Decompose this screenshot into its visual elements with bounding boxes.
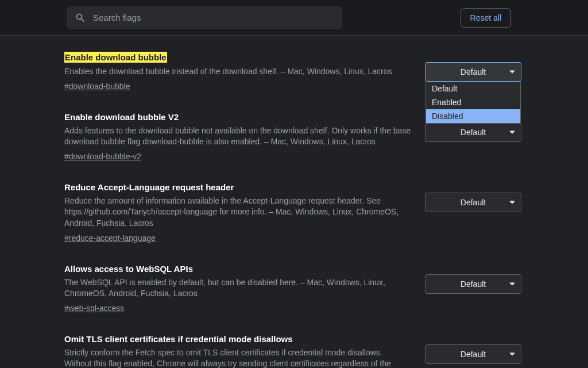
flag-select-option[interactable]: Enabled: [426, 95, 520, 109]
flag-hash-link[interactable]: #download-bubble: [64, 82, 130, 91]
flag-control: DefaultDefaultEnabledDisabled: [425, 52, 521, 82]
flag-info: Allows access to WebSQL APIsThe WebSQL A…: [64, 264, 425, 313]
flag-description: Adds features to the download bubble not…: [64, 125, 411, 148]
flag-select[interactable]: Default: [425, 193, 521, 212]
flag-hash-link[interactable]: #web-sql-access: [64, 304, 124, 313]
chevron-down-icon: [509, 352, 515, 355]
flag-info: Enable download bubbleEnables the downlo…: [64, 52, 425, 91]
header-bar: Reset all: [0, 0, 588, 36]
flag-select-option[interactable]: Default: [426, 82, 520, 95]
flag-info: Reduce Accept-Language request headerRed…: [64, 182, 425, 243]
flag-select-dropdown: DefaultEnabledDisabled: [425, 82, 521, 124]
flag-title: Enable download bubble V2: [64, 112, 179, 122]
flag-control: Default: [425, 264, 521, 294]
flag-control: Default: [425, 182, 521, 212]
flag-title: Allows access to WebSQL APIs: [64, 264, 193, 274]
flag-title: Reduce Accept-Language request header: [64, 182, 234, 192]
chevron-down-icon: [509, 282, 515, 285]
flag-description: Reduce the amount of information availab…: [64, 195, 411, 229]
chevron-down-icon: [509, 201, 515, 204]
flag-select-value: Default: [461, 279, 486, 289]
flag-row: Omit TLS client certificates if credenti…: [64, 334, 521, 368]
flag-select-value: Default: [461, 67, 486, 76]
flag-select[interactable]: DefaultDefaultEnabledDisabled: [425, 62, 521, 82]
chevron-down-icon: [509, 71, 515, 74]
flag-title: Omit TLS client certificates if credenti…: [64, 334, 293, 344]
flags-list: Enable download bubbleEnables the downlo…: [0, 36, 588, 368]
flag-info: Enable download bubble V2Adds features t…: [64, 112, 425, 162]
flag-row: Allows access to WebSQL APIsThe WebSQL A…: [64, 264, 521, 313]
flag-description: Strictly conform the Fetch spec to omit …: [64, 347, 411, 368]
reset-all-button[interactable]: Reset all: [461, 8, 511, 28]
chevron-down-icon: [509, 131, 515, 133]
flag-control: Default: [425, 334, 521, 364]
flag-row: Enable download bubbleEnables the downlo…: [64, 52, 521, 91]
flag-hash-link[interactable]: #reduce-accept-language: [64, 233, 156, 243]
flag-select-value: Default: [461, 128, 486, 137]
flag-select[interactable]: Default: [425, 344, 521, 364]
flag-select-value: Default: [461, 198, 486, 207]
flag-description: The WebSQL API is enabled by default, bu…: [64, 277, 411, 300]
search-input[interactable]: [93, 13, 334, 22]
flag-select-option[interactable]: Disabled: [426, 109, 520, 123]
search-field-wrap[interactable]: [67, 6, 342, 29]
flag-select-value: Default: [461, 350, 486, 359]
search-icon: [75, 12, 86, 24]
flag-hash-link[interactable]: #download-bubble-v2: [64, 152, 141, 161]
flag-select[interactable]: Default: [425, 274, 521, 294]
flag-info: Omit TLS client certificates if credenti…: [64, 334, 425, 368]
flag-select[interactable]: Default: [425, 122, 521, 142]
flag-row: Reduce Accept-Language request headerRed…: [64, 182, 521, 243]
flag-description: Enables the download bubble instead of t…: [64, 66, 411, 78]
flag-title: Enable download bubble: [64, 52, 167, 63]
